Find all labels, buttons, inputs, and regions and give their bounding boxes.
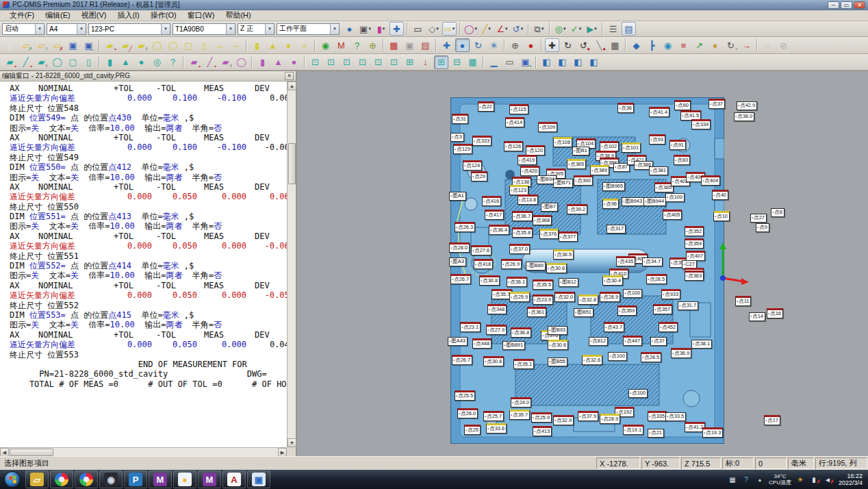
- taskbar-item-wps-office[interactable]: M: [149, 471, 172, 488]
- menu-item-操作(O)[interactable]: 操作(O): [145, 10, 182, 21]
- vertical-scroll-thumb[interactable]: [288, 143, 296, 184]
- cad-dimension-label[interactable]: ▪点19.1: [623, 425, 643, 435]
- frame-window-button[interactable]: ▭: [502, 55, 517, 69]
- cad-dimension-label[interactable]: ▪点100: [623, 289, 642, 298]
- point-alignment-button[interactable]: ↓: [418, 55, 433, 69]
- cad-dimension-label[interactable]: ▪点333: [472, 136, 492, 146]
- axes-transform-button[interactable]: ↗: [692, 38, 706, 52]
- measured-ellipse-button[interactable]: ◯: [166, 38, 180, 52]
- cad-dimension-label[interactable]: ▪点33.6: [486, 423, 507, 434]
- cad-dimension-label[interactable]: ▪点26.9: [501, 259, 522, 269]
- dropdown-caret-icon[interactable]: ▾: [452, 26, 455, 32]
- cad-dimension-label[interactable]: ▪点91: [669, 140, 686, 150]
- dropdown-caret-icon[interactable]: ▾: [594, 26, 597, 32]
- cad-dimension-label[interactable]: ▪点93: [649, 134, 665, 145]
- chevron-down-icon[interactable]: ▾: [161, 24, 170, 34]
- cad-dimension-label[interactable]: ▪点36.5: [553, 249, 574, 260]
- cad-dimension-label[interactable]: ▪图B71: [553, 179, 573, 188]
- cad-dimension-label[interactable]: ▪点42.9: [737, 101, 757, 110]
- toolbox-list-button[interactable]: ☰: [606, 22, 620, 36]
- cad-dimension-label[interactable]: ▪点26.0: [457, 408, 478, 418]
- cad-dimension-label[interactable]: ▪点354: [685, 238, 704, 249]
- menu-item-文件(F)[interactable]: 文件(F): [4, 10, 40, 21]
- cad-dimension-label[interactable]: ▪点109: [538, 122, 557, 132]
- cad-dimension-label[interactable]: ▪点100: [628, 389, 648, 398]
- cad-dimension-label[interactable]: ▪点37.0: [509, 244, 530, 254]
- wire-cube-button[interactable]: ◇▾: [426, 22, 441, 36]
- rotate-3d-button[interactable]: ↺●: [576, 38, 591, 52]
- measured-surface-button[interactable]: ≈: [297, 38, 311, 52]
- cad-dimension-label[interactable]: ▪点357: [653, 304, 672, 314]
- cad-dimension-label[interactable]: ▪点100: [665, 193, 685, 202]
- cad-dimension-label[interactable]: ▪点452: [659, 322, 678, 332]
- cad-dimension-label[interactable]: ▪点376: [539, 229, 559, 239]
- cad-dimension-label[interactable]: ▪点29: [471, 171, 487, 181]
- execute-program-button[interactable]: ◎▾: [553, 22, 567, 36]
- cad-dimension-label[interactable]: ▪点36.1: [507, 277, 527, 287]
- stop-machine-button[interactable]: ●: [524, 38, 538, 52]
- cad-dimension-label[interactable]: ▪点11: [735, 296, 751, 306]
- cad-dimension-label[interactable]: ▪点334: [691, 119, 711, 129]
- save-layout-button[interactable]: ▣+: [518, 55, 533, 69]
- cad-dimension-label[interactable]: ▪点28.9: [600, 292, 620, 302]
- cad-dimension-label[interactable]: ▪点420: [520, 166, 539, 176]
- report-template-button[interactable]: ▤: [418, 38, 433, 52]
- maximize-button[interactable]: ▭: [841, 1, 852, 9]
- chevron-down-icon[interactable]: ▾: [226, 24, 235, 34]
- cad-dimension-label[interactable]: ▪点120: [526, 145, 545, 155]
- verify-button[interactable]: ✓▾: [569, 22, 583, 36]
- close-button[interactable]: ✕: [854, 1, 865, 9]
- cad-dimension-label[interactable]: ▪点348: [487, 304, 507, 314]
- edit-window-close-icon[interactable]: ✕: [285, 72, 294, 80]
- cad-dimension-label[interactable]: ▪图B965: [602, 182, 625, 191]
- auto-cylinder-button[interactable]: ▮: [103, 55, 117, 69]
- wire-cube-view-button[interactable]: ⊟: [450, 55, 464, 69]
- cad-dimension-label[interactable]: ▪点19.3: [702, 427, 723, 438]
- cad-viewport[interactable]: ▪点22▪点115▪点31▪点414▪点109▪点36▪点60▪点41.4▪点4…: [297, 71, 868, 456]
- disabled-tool-b-button[interactable]: ⊘: [776, 38, 791, 52]
- cad-dimension-label[interactable]: ▪点389: [590, 165, 609, 175]
- cad-dimension-label[interactable]: ▪点32.8: [578, 294, 598, 305]
- auto-square-slot-button[interactable]: ▯: [81, 55, 96, 69]
- cad-dimension-label[interactable]: ▪点28.5: [641, 352, 661, 362]
- constructed-line-button[interactable]: ╱•: [203, 55, 217, 69]
- cad-dimension-label[interactable]: ▪点21: [648, 429, 664, 438]
- cad-dimension-label[interactable]: ▪图B891: [502, 341, 525, 350]
- cad-dimension-label[interactable]: ▪点123: [509, 185, 528, 195]
- measured-cylinder-button[interactable]: ▮: [250, 38, 264, 52]
- cad-dimension-label[interactable]: ▪点23.1: [460, 322, 481, 332]
- cad-dimension-label[interactable]: ▪点100: [608, 352, 627, 361]
- taskbar-item-browser-360[interactable]: [50, 471, 73, 488]
- constructed-cone-button[interactable]: ▲: [271, 55, 285, 69]
- dropdown-caret-icon[interactable]: ▾: [579, 26, 582, 32]
- measured-curve-button[interactable]: ～: [229, 38, 243, 52]
- cad-dimension-label[interactable]: ▪点25.9: [531, 412, 552, 423]
- cad-dimension-label[interactable]: ▪点16: [767, 308, 783, 318]
- chevron-down-icon[interactable]: ▾: [35, 24, 44, 34]
- cad-dimension-label[interactable]: ▪点108: [553, 137, 572, 147]
- cad-dimension-label[interactable]: ▪点30.8: [483, 356, 504, 366]
- cad-dimension-label[interactable]: ▪点317: [607, 225, 626, 234]
- menu-item-窗口(W)[interactable]: 窗口(W): [182, 10, 220, 21]
- cad-dimension-label[interactable]: ▪点361: [527, 307, 546, 317]
- dropdown-caret-icon[interactable]: ▾: [563, 26, 566, 32]
- cad-dimension-label[interactable]: ▪点27.9: [486, 325, 507, 335]
- volume-icon[interactable]: ◄✗: [822, 476, 833, 484]
- view-setup-button[interactable]: ↻▫: [724, 38, 738, 52]
- open-program-button[interactable]: ▱↗: [18, 38, 33, 52]
- cad-dimension-label[interactable]: ▪点24.0: [511, 397, 531, 408]
- input-method-icon[interactable]: ▦: [727, 476, 738, 484]
- cad-dimension-label[interactable]: ▪点413: [533, 426, 552, 436]
- cad-dimension-label[interactable]: ▪点124: [463, 160, 482, 171]
- chevron-down-icon[interactable]: ▾: [77, 24, 86, 34]
- auto-plane-button[interactable]: ▰↑: [34, 55, 49, 69]
- import-button[interactable]: ▱↑: [34, 38, 49, 52]
- combo-probe-file[interactable]: A4▾: [47, 23, 86, 35]
- cad-dimension-label[interactable]: ▪点8: [771, 208, 784, 217]
- pan-cad-button[interactable]: ✚: [439, 38, 454, 52]
- cad-dimension-label[interactable]: ▪点38.0: [734, 112, 754, 121]
- auto-torus-button[interactable]: ◎: [150, 55, 164, 69]
- constructed-point-button[interactable]: ▰•: [187, 55, 201, 69]
- cad-dimension-label[interactable]: ▪点405: [663, 210, 682, 220]
- view-cube-button[interactable]: ▣▾: [358, 22, 372, 36]
